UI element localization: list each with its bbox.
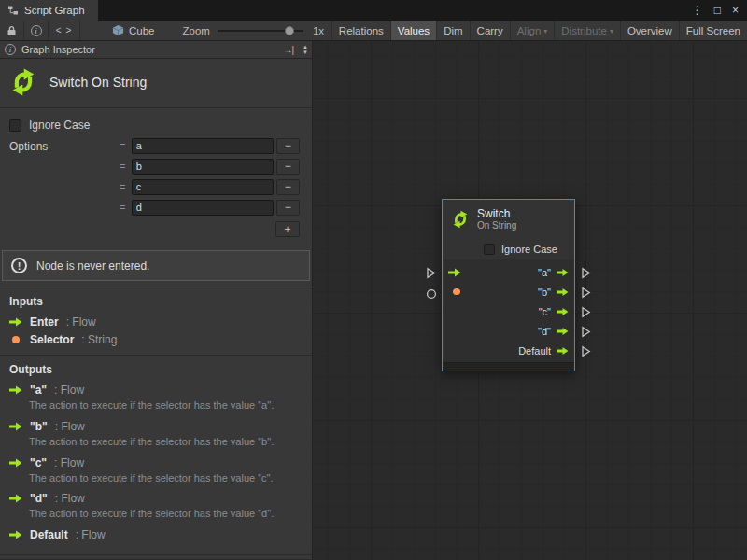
options-footer: + [117, 217, 300, 243]
outputs-header: Outputs [0, 356, 312, 381]
enter-port-triangle[interactable] [426, 266, 436, 283]
flow-out-icon[interactable] [557, 307, 569, 316]
drag-handle-icon[interactable]: = [117, 140, 129, 151]
zoom-control: Zoom 1x [183, 21, 325, 40]
dock-right-icon[interactable]: →| [283, 45, 293, 55]
target-object-label: Cube [129, 25, 155, 36]
arrow-down-icon[interactable]: ▼ [303, 49, 308, 55]
port-type: Flow [55, 420, 85, 433]
node-output-label: "a" [538, 267, 551, 278]
port-description: The action to execute if the selector ha… [0, 435, 312, 454]
menu-icon[interactable]: ⋮ [692, 4, 703, 17]
zoom-value: 1x [313, 25, 324, 36]
option-input[interactable] [132, 179, 274, 195]
ignore-case-label: Ignore Case [29, 119, 90, 132]
output-row-d: "d"Flow [0, 489, 312, 507]
maximize-icon[interactable]: □ [714, 4, 721, 17]
dim-button[interactable]: Dim [436, 21, 469, 40]
flow-port-icon [9, 422, 22, 431]
switch-unit-icon [7, 66, 39, 98]
relations-button[interactable]: Relations [331, 21, 390, 40]
unit-title-block: Switch On String [0, 59, 312, 108]
node-port-row-a: "a" [443, 262, 574, 282]
flow-in-icon[interactable] [448, 268, 461, 277]
window-controls: ⋮ □ × [684, 0, 747, 21]
node-subtitle: On String [477, 220, 516, 231]
option-input[interactable] [132, 159, 274, 175]
node-header: Switch On String [443, 200, 574, 239]
remove-option-button[interactable]: − [276, 138, 300, 154]
port-type: Flow [54, 384, 84, 397]
flow-out-icon[interactable] [557, 287, 569, 297]
info-toggle-icon[interactable]: i [24, 21, 49, 40]
graph-icon [7, 5, 19, 16]
switch-unit-icon [450, 209, 471, 230]
output-port-triangle-c[interactable] [581, 305, 591, 322]
carry-button[interactable]: Carry [470, 21, 510, 40]
port-type: Flow [55, 492, 85, 505]
remove-option-button[interactable]: − [276, 179, 300, 195]
node-title: Switch [477, 208, 516, 220]
output-row-c: "c"Flow [0, 454, 312, 471]
output-row-b: "b"Flow [0, 417, 312, 435]
values-button[interactable]: Values [390, 21, 436, 40]
selector-port-circle[interactable] [426, 287, 437, 303]
distribute-dropdown[interactable]: Distribute▾ [554, 21, 620, 40]
lock-icon[interactable] [0, 21, 24, 40]
port-description: The action to execute if the selector ha… [0, 399, 312, 417]
node-port-row-default: Default [443, 341, 574, 360]
overview-button[interactable]: Overview [620, 21, 679, 40]
port-name: Default [30, 528, 68, 541]
switch-on-string-node[interactable]: Switch On String Ignore Case "a" [442, 199, 575, 371]
ignore-case-row: Ignore Case [0, 108, 312, 133]
align-dropdown[interactable]: Align▾ [510, 21, 555, 40]
fullscreen-button[interactable]: Full Screen [679, 21, 747, 40]
option-row: = − [117, 156, 300, 176]
ignore-case-checkbox[interactable] [484, 244, 495, 255]
remove-option-button[interactable]: − [276, 200, 300, 216]
flow-out-icon[interactable] [557, 346, 569, 356]
options-list: = − = − = − = [117, 135, 300, 243]
port-name: "c" [30, 456, 47, 469]
output-row-default: DefaultFlow [0, 525, 312, 543]
graph-toolbar: i < > Cube Zoom 1x Relations Values Dim … [0, 21, 747, 41]
code-view-icon[interactable]: < > [49, 21, 80, 40]
node-output-label: "c" [539, 306, 551, 317]
drag-handle-icon[interactable]: = [117, 161, 129, 172]
flow-out-icon[interactable] [557, 268, 569, 277]
zoom-slider-knob[interactable] [285, 26, 294, 35]
chevron-down-icon: ▾ [610, 27, 613, 35]
panel-scroll-arrows[interactable]: ▲ ▼ [303, 44, 308, 55]
drag-handle-icon[interactable]: = [117, 181, 129, 192]
node-ports: "a" "b" "c" "d" [443, 259, 574, 362]
selector-port-icon[interactable] [453, 288, 460, 295]
graph-canvas[interactable]: Switch On String Ignore Case "a" [313, 41, 747, 560]
close-icon[interactable]: × [732, 4, 739, 17]
drag-handle-icon[interactable]: = [117, 202, 129, 213]
output-port-triangle-a[interactable] [581, 266, 591, 283]
zoom-slider[interactable] [218, 30, 303, 32]
output-port-triangle-default[interactable] [581, 344, 591, 361]
add-option-button[interactable]: + [275, 221, 300, 237]
flow-port-icon [9, 317, 22, 327]
ignore-case-checkbox[interactable] [9, 119, 21, 132]
port-description: The action to execute if the selector ha… [0, 507, 312, 525]
option-row: = − [117, 135, 300, 156]
node-output-label: "d" [538, 326, 551, 337]
flow-out-icon[interactable] [557, 327, 569, 336]
node-ignore-case-row: Ignore Case [443, 239, 574, 259]
toolbar-buttons: Relations Values Dim Carry Align▾ Distri… [331, 21, 747, 40]
inspector-header: i Graph Inspector →| ▲ ▼ [0, 41, 312, 59]
target-object[interactable]: Cube [112, 21, 155, 40]
tab-script-graph[interactable]: Script Graph [0, 0, 98, 21]
port-type: Flow [76, 528, 106, 541]
output-port-triangle-b[interactable] [581, 286, 591, 302]
option-input[interactable] [132, 200, 274, 216]
input-row-selector: SelectorString [0, 330, 312, 348]
remove-option-button[interactable]: − [276, 159, 300, 175]
ignore-case-label: Ignore Case [501, 244, 557, 255]
option-input[interactable] [132, 138, 274, 154]
flow-port-icon [9, 494, 22, 503]
port-name: "b" [30, 420, 48, 433]
output-port-triangle-d[interactable] [581, 325, 591, 342]
